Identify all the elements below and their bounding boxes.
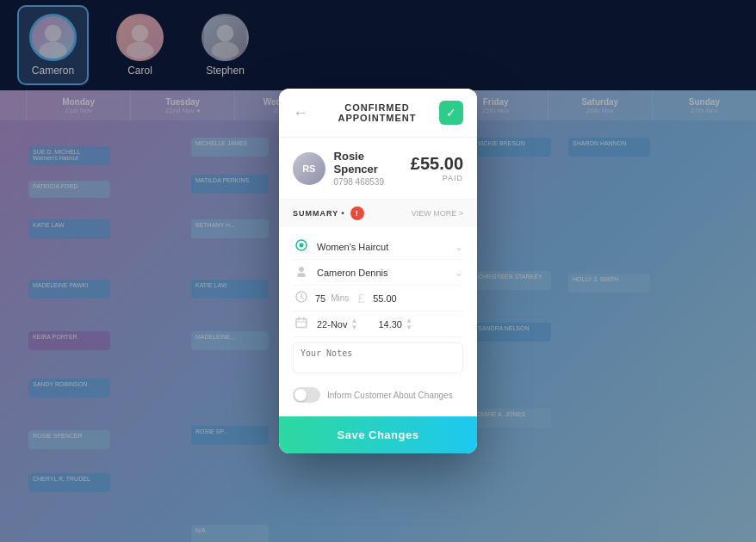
service-field-row: Women's Haircut ⌄ [293, 234, 463, 260]
svg-point-8 [299, 267, 304, 272]
back-button[interactable]: ← [293, 104, 308, 122]
time-value: 14.30 [378, 319, 402, 330]
duration-value: 75 [315, 293, 325, 304]
modal-title: CONFIRMED APPOINTMENT [315, 102, 439, 123]
price-amount: £55.00 [411, 154, 463, 174]
client-section: RS Rosie Spencer 0798 468539 £55.00 PAID [279, 138, 477, 200]
time-stepper[interactable]: ▲▼ [406, 317, 412, 331]
stylist-field-row: Cameron Dennis ⌄ [293, 260, 463, 286]
inform-customer-toggle-row: Inform Customer About Changes [293, 382, 463, 410]
warning-icon: ! [350, 206, 364, 220]
modal-header: ← CONFIRMED APPOINTMENT ✓ [279, 89, 477, 138]
duration-price-row: 75 Mins £ 55.00 [293, 286, 463, 311]
view-more-link[interactable]: VIEW MORE > [412, 209, 463, 218]
save-changes-button[interactable]: Save Changes [279, 416, 477, 453]
svg-line-12 [301, 298, 304, 299]
modal-overlay: ← CONFIRMED APPOINTMENT ✓ RS Rosie Spenc… [0, 0, 756, 542]
service-chevron-icon: ⌄ [455, 241, 463, 253]
stylist-icon [293, 265, 310, 280]
client-details: Rosie Spencer 0798 468539 [334, 150, 411, 187]
notes-textarea[interactable] [293, 342, 463, 373]
date-stepper[interactable]: ▲▼ [350, 317, 357, 331]
inform-customer-label: Inform Customer About Changes [327, 391, 453, 400]
summary-bar: SUMMARY • ! VIEW MORE > [279, 200, 477, 227]
svg-point-7 [300, 243, 304, 248]
appointment-modal: ← CONFIRMED APPOINTMENT ✓ RS Rosie Spenc… [279, 89, 477, 453]
time-field: 14.30 ▲▼ [378, 317, 412, 331]
stylist-select[interactable]: Cameron Dennis [317, 268, 448, 278]
client-avatar: RS [293, 152, 325, 185]
clock-icon [293, 291, 310, 305]
confirm-button[interactable]: ✓ [439, 101, 463, 125]
client-name: Rosie Spencer [334, 150, 411, 176]
duration-unit: Mins [331, 293, 349, 303]
service-icon [293, 239, 310, 254]
client-info: RS Rosie Spencer 0798 468539 [293, 150, 411, 187]
price-section: £55.00 PAID [411, 154, 463, 182]
date-field: 22-Nov ▲▼ [317, 317, 357, 331]
price-field-value: 55.00 [373, 293, 397, 304]
stylist-chevron-icon: ⌄ [455, 267, 463, 279]
check-icon: ✓ [446, 106, 456, 120]
service-select[interactable]: Women's Haircut [317, 242, 448, 252]
date-time-row: 22-Nov ▲▼ 14.30 ▲▼ [293, 311, 463, 337]
svg-point-9 [297, 273, 306, 277]
client-initials: RS [302, 163, 315, 174]
date-value: 22-Nov [317, 319, 347, 330]
inform-customer-toggle[interactable] [293, 387, 320, 403]
calendar-icon [293, 317, 310, 331]
toggle-knob [294, 389, 307, 401]
form-section: Women's Haircut ⌄ Cameron Dennis ⌄ [279, 227, 477, 416]
client-phone: 0798 468539 [334, 177, 411, 187]
summary-label: SUMMARY • [293, 209, 345, 218]
svg-rect-13 [296, 319, 307, 328]
price-status: PAID [411, 174, 463, 182]
